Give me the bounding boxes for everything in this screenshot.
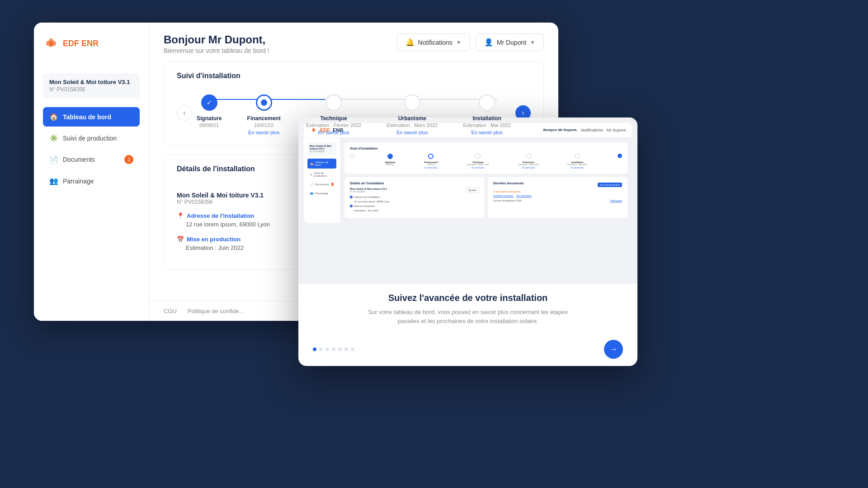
mini-step-4: Urbanisme Estimation : Mars 2022 En savo… [518, 154, 539, 169]
step-installation-circle [479, 94, 495, 111]
mini-nav-documents: 📄 Documents 2 [307, 180, 336, 188]
arrow-right-icon: → [609, 345, 618, 354]
header-subtitle: Bienvenue sur votre tableau de bord ! [164, 47, 269, 54]
step-installation: Installation Estimation : Mai 2022 En sa… [463, 94, 511, 135]
sidebar-item-dashboard-label: Tableau de bord [63, 113, 111, 121]
step-installation-link[interactable]: En savoir plus [472, 130, 503, 135]
modal-dots [313, 347, 354, 351]
dot-5 [338, 347, 342, 351]
details-title-area: Détails de l'installation [177, 165, 255, 184]
mini-product-info: Mon Soleil & Moi toiture V3.1 N° PV01583… [350, 188, 387, 193]
mini-track: ‹ Signature 09/09/21 Financement [350, 154, 622, 169]
logo-text: EDF ENR [63, 39, 99, 48]
step-financement-circle [256, 94, 272, 111]
step-technique-link[interactable]: En savoir plus [318, 130, 349, 135]
sidebar-item-sponsorship[interactable]: 👥 Parrainage [43, 171, 140, 191]
dot-2 [319, 347, 323, 351]
modal-title: Suivez l'avancée de votre installation [313, 293, 623, 303]
user-menu-label: Mr Dupont [497, 39, 526, 46]
header-actions: 🔔 Notifications ▼ 👤 Mr Dupont ▼ [397, 33, 544, 51]
sidebar-item-documents[interactable]: 📄 Documents 2 [43, 150, 140, 169]
mini-production-row: Mise en production [350, 205, 479, 207]
mini-nav-dashboard: 🏠 Tableau de bord [307, 159, 336, 169]
sidebar-item-production[interactable]: ✳️ Suivi de production [43, 128, 140, 148]
sidebar-item-dashboard[interactable]: 🏠 Tableau de bord [43, 107, 140, 127]
step-technique-circle [326, 94, 342, 111]
mini-installation-details: Détails de l'installation Mon Soleil & M… [344, 177, 484, 218]
sidebar-item-documents-label: Documents [63, 156, 95, 163]
mini-docs-download-link[interactable]: Télécharger [610, 199, 622, 202]
mini-details-title: Détails de l'installation [350, 182, 479, 185]
mini-step-2-circle [428, 154, 434, 159]
mini-docs-item2: Facture énergétique 2020 [493, 199, 522, 202]
svg-point-1 [49, 42, 53, 45]
sidebar: EDF ENR Mon Soleil & Moi toiture V3.1 N°… [34, 23, 149, 321]
mini-dashboard: EDF ENR Bonjour Mr Dupont, Notifications… [298, 117, 637, 284]
mini-production-dot [350, 205, 353, 207]
mini-step-3: Technique Estimation : Février 2022 En s… [467, 154, 489, 169]
dot-4 [332, 347, 335, 351]
modal-next-button[interactable]: → [604, 340, 623, 359]
mini-address-dot [350, 196, 353, 198]
mini-step-5-circle [575, 154, 580, 159]
step-financement: Financement 10/01/22 En savoir plus [247, 94, 281, 135]
dot-7 [351, 347, 354, 351]
location-icon: 📍 [177, 212, 184, 219]
mini-header-greeting: Bonjour Mr Dupont, [543, 128, 577, 132]
people-icon: 👥 [49, 177, 58, 185]
mini-docs-history-link[interactable]: Voir l'historique [516, 194, 532, 197]
footer-cgu[interactable]: CGU [164, 308, 177, 314]
modal-footer: → [298, 340, 637, 366]
mini-product-ref: N° PV0158356 [350, 190, 387, 193]
mini-nav-production: ✳ Suivi de production [307, 169, 336, 179]
mini-address-row: Adresse de l'installation [350, 196, 479, 198]
step-financement-date: 10/01/22 [254, 122, 274, 128]
mini-step-4-circle [526, 154, 531, 159]
header-greeting: Bonjour Mr Dupont, Bienvenue sur votre t… [164, 33, 269, 54]
mini-details-row: Détails de l'installation Mon Soleil & M… [344, 177, 627, 218]
mini-step-2: Financement 10/01/22 En savoir plus [424, 154, 438, 169]
mini-address-value: 12 rue lorem ipsum, 69000 Lyon [354, 200, 390, 203]
step-financement-link[interactable]: En savoir plus [248, 130, 279, 135]
track-prev-button[interactable]: ‹ [177, 105, 192, 121]
step-technique-date: Estimation : Février 2022 [306, 122, 361, 128]
mini-notifications: Notifications [581, 128, 603, 132]
notifications-button[interactable]: 🔔 Notifications ▼ [397, 33, 470, 51]
footer-privacy[interactable]: Politique de confide... [188, 308, 244, 314]
mini-track-prev: ‹ [350, 154, 354, 158]
product-info: Mon Soleil & Moi toiture V3.1 N° PV01583… [177, 192, 264, 205]
mini-sidebar: Mon Soleil & Moi toiture V3.1 N° PV01583… [304, 138, 340, 223]
mini-product-row: Mon Soleil & Moi toiture V3.1 N° PV01583… [350, 188, 479, 193]
dot-3 [326, 347, 329, 351]
mini-project-name: Mon Soleil & Moi toiture V3.1 [310, 145, 334, 150]
mini-content: Suivi d'installation ‹ Signature 09/09/2… [340, 138, 632, 223]
step-urbanisme-link[interactable]: En savoir plus [396, 130, 428, 135]
mini-docs-header: Derniers documents Tous les documents [493, 182, 622, 188]
scene: EDF ENR Mon Soleil & Moi toiture V3.1 N°… [0, 0, 868, 488]
user-icon: 👤 [484, 38, 493, 47]
mini-project-box: Mon Soleil & Moi toiture V3.1 N° PV01583… [307, 142, 336, 155]
edf-enr-logo-icon [43, 35, 59, 52]
mini-step-1: Signature 09/09/21 [385, 154, 395, 166]
notifications-chevron-icon: ▼ [456, 39, 462, 46]
sidebar-item-production-label: Suivi de production [63, 135, 117, 142]
details-title: Détails de l'installation [177, 165, 255, 173]
product-ref: N° PV0158356 [177, 199, 264, 205]
mini-step-3-circle [475, 154, 481, 159]
user-menu-button[interactable]: 👤 Mr Dupont ▼ [476, 33, 544, 51]
mini-production-value: Estimation : Juin 2022 [354, 209, 378, 212]
step-urbanisme-label: Urbanisme [398, 115, 426, 122]
step-urbanisme-date: Estimation : Mars 2022 [387, 122, 438, 128]
mini-tracking-title: Suivi d'installation [350, 147, 622, 150]
mini-tracking-section: Suivi d'installation ‹ Signature 09/09/2… [344, 142, 627, 174]
step-urbanisme-circle [404, 94, 420, 111]
step-installation-date: Estimation : Mai 2022 [463, 122, 511, 128]
mini-docs-all-btn[interactable]: Tous les documents [598, 183, 622, 187]
notifications-label: Notifications [418, 39, 453, 46]
mini-documents-col: Derniers documents Tous les documents X … [488, 177, 627, 218]
step-technique-label: Technique [320, 115, 347, 122]
dot-6 [344, 347, 348, 351]
mini-docs-title: Derniers documents [493, 182, 524, 185]
tracking-title: Suivi d'installation [177, 72, 531, 80]
mini-docs-confirm-link[interactable]: Confirmer le dossier [493, 194, 514, 197]
